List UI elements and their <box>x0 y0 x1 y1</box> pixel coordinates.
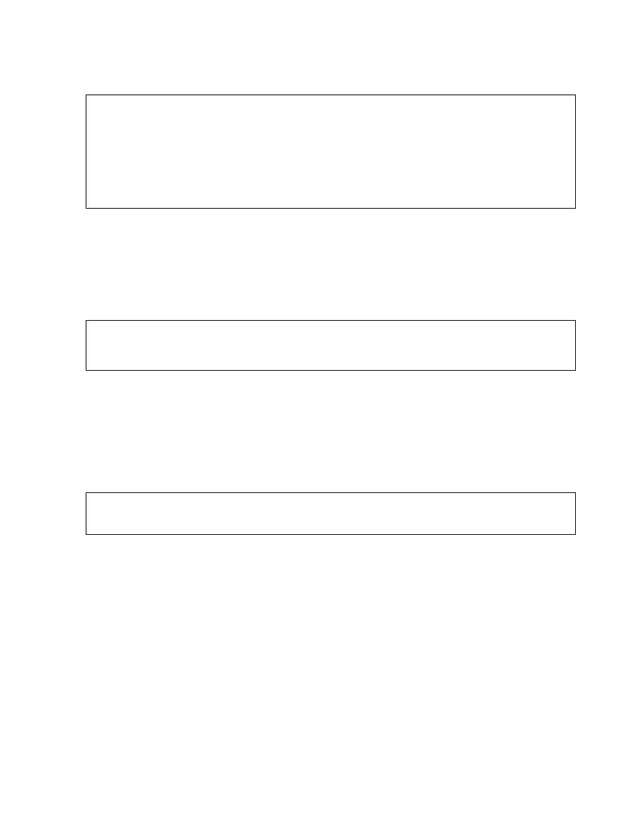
rectangle-box-1 <box>86 95 576 209</box>
rectangle-box-2 <box>86 320 576 371</box>
rectangle-box-3 <box>86 492 576 535</box>
